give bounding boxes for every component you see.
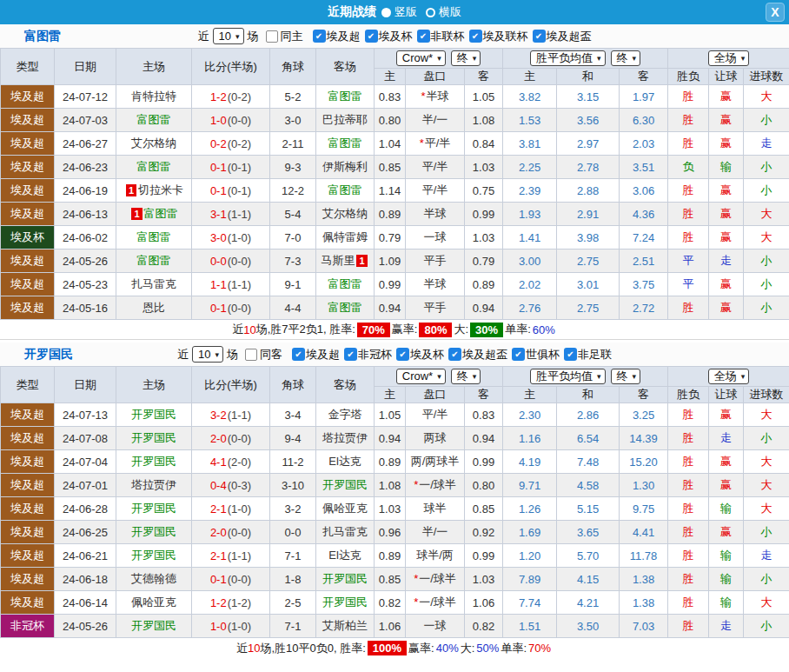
mean-away: 4.41 (620, 521, 668, 544)
league-checkbox[interactable]: ✔ (564, 348, 577, 361)
home-team-filter-row: 富图雷 近 10▾ 场 同主 ✔埃及超✔埃及杯✔非联杯✔埃及联杯✔埃及超盃 (0, 24, 789, 48)
home-team: 恩比 (116, 296, 192, 320)
match-count-select[interactable]: 10▾ (213, 28, 244, 44)
league-checkbox[interactable]: ✔ (365, 30, 378, 43)
away-odds: 0.85 (465, 497, 503, 521)
same-away-checkbox[interactable] (245, 349, 257, 361)
handicap: 平/半 (406, 156, 465, 179)
goals-outcome: 大 (744, 591, 789, 615)
match-score: 0-1(0-0) (192, 296, 270, 320)
match-type: 埃及超 (1, 179, 55, 203)
horizontal-layout-radio[interactable] (426, 8, 435, 17)
mean-time-select[interactable]: 终▾ (611, 50, 641, 66)
mean-home: 1.20 (503, 544, 557, 568)
league-checkbox[interactable]: ✔ (533, 30, 546, 43)
league-checkbox[interactable]: ✔ (344, 348, 357, 361)
handicap: 半/一 (406, 109, 465, 132)
match-row: 埃及超24-05-23扎马雷克1-1(1-1)9-1富图雷0.99半球0.892… (1, 273, 789, 296)
match-type: 埃及超 (1, 296, 55, 320)
mean-time-select[interactable]: 终▾ (611, 369, 641, 384)
home-odds: 0.99 (375, 273, 406, 296)
home-odds: 1.05 (375, 403, 406, 427)
handicap: 一球 (406, 226, 465, 250)
chevron-down-icon: ▾ (437, 372, 441, 381)
mean-home: 1.51 (503, 615, 557, 638)
league-checkbox[interactable]: ✔ (469, 30, 482, 43)
handicap-outcome: 赢 (709, 521, 744, 544)
handicap: *一/球半 (406, 474, 465, 497)
sub-col-mean-home: 主 (503, 387, 557, 403)
scope-select[interactable]: 全场▾ (708, 50, 750, 66)
summary-near: 近 (232, 322, 243, 337)
league-checkbox[interactable]: ✔ (512, 348, 525, 361)
result-outcome: 胜 (668, 568, 709, 591)
sub-col-mean-away: 客 (620, 69, 668, 85)
league-checkbox[interactable]: ✔ (313, 30, 326, 43)
big-rate-label: 大: (454, 322, 468, 337)
league-checkbox[interactable]: ✔ (292, 348, 305, 361)
away-odds: 1.08 (465, 109, 503, 132)
away-odds: 0.99 (465, 203, 503, 226)
away-odds: 0.89 (465, 273, 503, 296)
goals-outcome: 小 (744, 615, 789, 638)
goals-outcome: 大 (744, 474, 789, 497)
odds-company-select[interactable]: Crow*▾ (396, 369, 446, 384)
match-row: 埃及超24-06-27艾尔格纳0-2(0-2)2-11富图雷1.04*平/半0.… (1, 132, 789, 156)
match-score: 1-0(0-0) (192, 109, 270, 132)
mean-home: 2.30 (503, 403, 557, 427)
odds-time-select[interactable]: 终▾ (451, 50, 481, 66)
match-type: 埃及超 (1, 521, 55, 544)
away-odds: 1.03 (465, 156, 503, 179)
corner-score: 9-3 (270, 156, 316, 179)
mean-away: 1.30 (620, 474, 668, 497)
col-date: 日期 (55, 49, 116, 85)
away-team-results-table: 类型 日期 主场 比分(半场) 角球 客场 Crow*▾终▾ 胜平负均值▾终▾ … (0, 366, 789, 638)
result-outcome: 胜 (668, 427, 709, 450)
big-rate: 50% (476, 642, 499, 655)
mean-home: 7.89 (503, 568, 557, 591)
handicap: 半球 (406, 203, 465, 226)
corner-score: 7-3 (270, 250, 316, 273)
mean-home: 1.26 (503, 497, 557, 521)
match-count-select[interactable]: 10▾ (192, 346, 223, 363)
odds-time-select[interactable]: 终▾ (451, 369, 481, 384)
sub-col-goals: 进球数 (744, 69, 789, 85)
home-team-summary: 近10场,胜7平2负1, 胜率: 70% 赢率: 80% 大: 30% 单率: … (0, 320, 789, 340)
check-icon: ✔ (514, 349, 521, 359)
odds-header-group: Crow*▾终▾ (375, 367, 503, 387)
result-outcome: 平 (668, 250, 709, 273)
close-button[interactable]: X (766, 3, 785, 22)
handicap-outcome: 赢 (709, 296, 744, 320)
match-score: 0-2(0-2) (192, 132, 270, 156)
handicap-outcome: 赢 (709, 403, 744, 427)
vertical-layout-radio[interactable] (381, 8, 391, 17)
mean-type-select[interactable]: 胜平负均值▾ (530, 369, 606, 384)
sub-col-let: 让球 (709, 69, 744, 85)
goals-outcome: 大 (744, 450, 789, 474)
match-type: 埃及超 (1, 497, 55, 521)
league-label: 埃及杯 (410, 347, 444, 363)
sub-col-result: 胜负 (668, 69, 709, 85)
check-icon: ✔ (567, 349, 574, 359)
same-home-checkbox[interactable] (266, 30, 278, 43)
window-title: 近期战绩 (328, 4, 376, 20)
league-checkbox[interactable]: ✔ (417, 30, 430, 43)
result-outcome: 负 (668, 156, 709, 179)
match-row: 埃及超24-06-28开罗国民2-1(1-0)3-2佩哈亚克1.03球半0.85… (1, 497, 789, 521)
league-checkbox[interactable]: ✔ (448, 348, 461, 361)
home-odds: 1.08 (375, 474, 406, 497)
sub-col-away-odds: 客 (465, 387, 503, 403)
scope-select[interactable]: 全场▾ (708, 369, 750, 384)
odds-company-select[interactable]: Crow*▾ (396, 50, 446, 66)
mean-type-select[interactable]: 胜平负均值▾ (530, 50, 606, 66)
corner-score: 0-0 (270, 521, 316, 544)
league-label: 非联杯 (431, 29, 465, 44)
mean-away: 2.03 (620, 132, 668, 156)
match-row: 埃及超24-05-26富图雷0-0(0-0)7-3马斯里11.09平手0.793… (1, 250, 789, 273)
match-score: 1-1(1-1) (192, 273, 270, 296)
match-score: 1-2(0-2) (192, 85, 270, 109)
away-team: 伊斯梅利 (316, 156, 375, 179)
league-label: 埃及超盃 (462, 347, 507, 363)
league-checkbox[interactable]: ✔ (396, 348, 409, 361)
match-type: 埃及超 (1, 156, 55, 179)
